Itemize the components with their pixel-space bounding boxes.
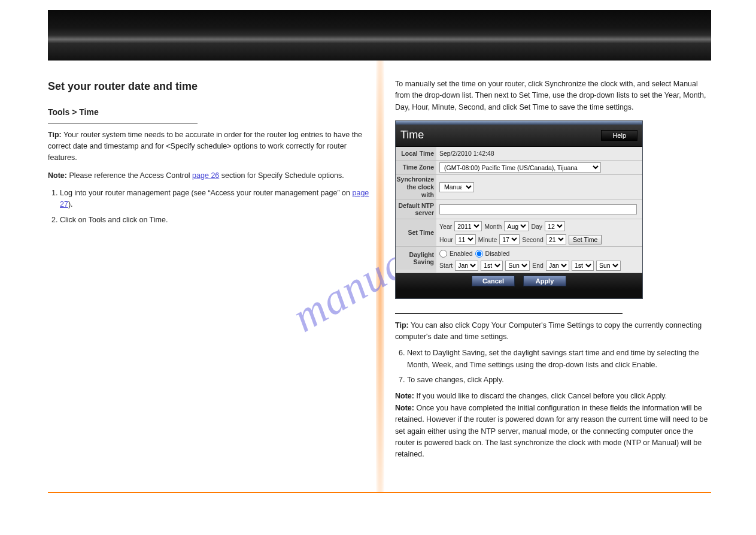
hour-select[interactable]: 11 <box>456 234 476 244</box>
timezone-select[interactable]: (GMT-08:00) Pacific Time (US/Canada), Ti… <box>439 162 601 173</box>
ds-start-label: Start <box>439 261 453 270</box>
year-label: Year <box>439 222 452 231</box>
daylight-label: Daylight Saving <box>396 247 436 270</box>
panel-footer: Cancel Apply <box>396 273 642 290</box>
step-6: Next to Daylight Saving, set the dayligh… <box>407 347 712 371</box>
right-tip: Tip: You can also click Copy Your Comput… <box>395 320 712 343</box>
tip-label: Tip: <box>48 131 62 139</box>
ds-disabled-radio[interactable] <box>475 250 483 258</box>
section-heading: Set your router date and time <box>48 78 371 95</box>
second-label: Second <box>522 235 544 244</box>
day-select[interactable]: 12 <box>545 221 565 231</box>
ds-start-week[interactable]: 1st <box>481 261 503 271</box>
step-2: Click on Tools and click on Time. <box>60 214 371 226</box>
note-paragraph: Note: Please reference the Access Contro… <box>48 170 371 182</box>
manual-banner <box>48 10 711 61</box>
right-note2: Note: Once you have completed the initia… <box>395 403 712 461</box>
ntp-input[interactable] <box>439 204 637 214</box>
local-time-label: Local Time <box>396 147 436 160</box>
ds-enabled-radio[interactable] <box>439 250 447 258</box>
ds-end-month[interactable]: Jan <box>546 261 569 271</box>
rule <box>395 313 623 314</box>
note-label: Note: <box>48 171 67 180</box>
hour-label: Hour <box>439 235 453 244</box>
breadcrumb-path: Tools > Time <box>48 106 371 119</box>
right-note: Note: If you would like to discard the c… <box>395 391 712 402</box>
right-tip-text: You can also click Copy Your Computer's … <box>395 321 702 341</box>
local-time-value: Sep/2/2010 1:42:48 <box>436 147 642 160</box>
right-note-label: Note: <box>395 392 414 400</box>
panel-title: Time <box>400 127 424 144</box>
footer-rule <box>48 492 711 493</box>
month-select[interactable]: Aug <box>504 221 529 231</box>
access-control-link[interactable]: page 26 <box>192 171 219 180</box>
right-tip-label: Tip: <box>395 321 409 330</box>
minute-label: Minute <box>478 235 497 244</box>
ds-end-label: End <box>532 261 544 270</box>
ds-start-month[interactable]: Jan <box>455 261 478 271</box>
right-lead: To manually set the time on your router,… <box>395 78 712 113</box>
note-pre: Please reference the Access Control <box>69 171 192 180</box>
column-divider <box>376 61 384 492</box>
step-1-post: ). <box>68 200 73 208</box>
right-note2-text: Once you have completed the initial conf… <box>395 404 708 459</box>
help-button[interactable]: Help <box>601 130 637 141</box>
apply-button[interactable]: Apply <box>523 276 566 286</box>
step-1-pre: Log into your router management page (se… <box>60 189 352 197</box>
step-1: Log into your router management page (se… <box>60 188 371 211</box>
ntp-label: Default NTP server <box>396 200 436 219</box>
note-post: section for Specify Schedule options. <box>221 171 344 180</box>
sync-label: Synchronize the clock with <box>396 175 436 199</box>
year-select[interactable]: 2011 <box>454 221 482 231</box>
timezone-label: Time Zone <box>396 161 436 174</box>
right-note-text: If you would like to discard the changes… <box>416 392 667 400</box>
ds-start-day[interactable]: Sun <box>505 261 530 271</box>
sync-select[interactable]: Manual <box>439 182 474 192</box>
second-select[interactable]: 21 <box>546 234 566 244</box>
month-label: Month <box>484 222 502 231</box>
settime-label: Set Time <box>396 219 436 246</box>
step-7: To save changes, click Apply. <box>407 374 712 386</box>
ds-enabled-label: Enabled <box>450 249 473 258</box>
ds-end-week[interactable]: 1st <box>572 261 594 271</box>
minute-select[interactable]: 17 <box>499 234 520 244</box>
panel-bottom-bar <box>396 290 642 298</box>
ds-disabled-label: Disabled <box>485 249 510 258</box>
ds-end-day[interactable]: Sun <box>596 261 621 271</box>
right-note2-label: Note: <box>395 404 414 412</box>
time-panel-screenshot: Time Help Local Time Sep/2/2010 1:42:48 … <box>395 120 643 298</box>
set-time-button[interactable]: Set Time <box>569 235 602 244</box>
rule <box>48 123 198 123</box>
tip-paragraph: Tip: Your router system time needs to be… <box>48 129 371 164</box>
tip-text: Your router system time needs to be accu… <box>48 131 362 162</box>
cancel-button[interactable]: Cancel <box>472 276 515 286</box>
day-label: Day <box>531 222 542 231</box>
panel-header: Time Help <box>396 125 642 147</box>
